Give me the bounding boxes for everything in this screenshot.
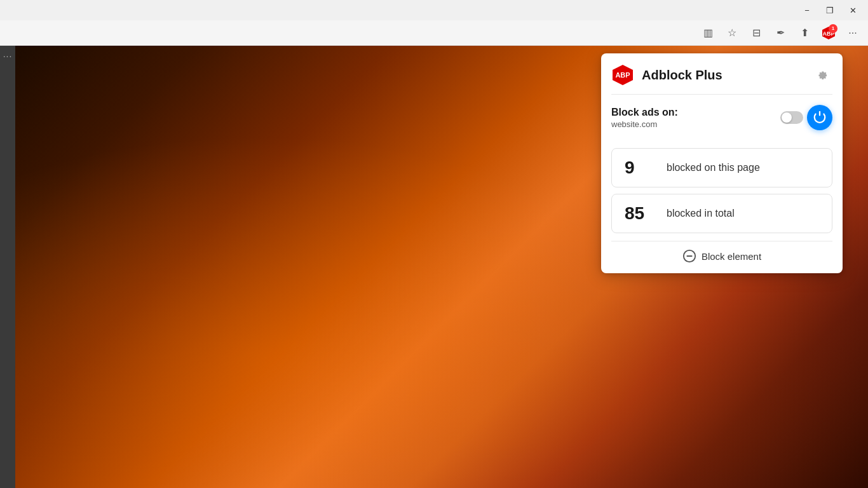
more-button[interactable]: ···	[843, 23, 863, 43]
block-ads-section: Block ads on: website.com	[601, 95, 843, 140]
svg-text:ABP: ABP	[615, 71, 630, 79]
minimize-button[interactable]: −	[797, 3, 817, 17]
collections-icon: ⊟	[752, 27, 761, 39]
power-button[interactable]	[807, 105, 832, 130]
star-icon: ☆	[728, 27, 736, 39]
toggle-thumb	[782, 112, 792, 123]
block-element-icon	[682, 249, 696, 263]
stats-section: 9 blocked on this page 85 blocked in tot…	[601, 140, 843, 241]
share-icon: ⬆	[801, 27, 809, 39]
settings-button[interactable]	[812, 65, 832, 85]
popup-title: Adblock Plus	[642, 68, 804, 83]
share-button[interactable]: ⬆	[794, 23, 815, 43]
collections-button[interactable]: ⊟	[746, 23, 766, 43]
block-element-label: Block element	[702, 251, 761, 262]
title-bar: − ❐ ✕	[0, 0, 868, 20]
adblock-popup: ABP Adblock Plus Block ads on: website.c…	[601, 53, 843, 273]
total-blocked-count: 85	[625, 203, 656, 224]
sidebar-dots: ···	[3, 51, 13, 61]
abp-badge: 1	[829, 24, 837, 33]
close-button[interactable]: ✕	[843, 3, 863, 17]
toggle-track[interactable]	[780, 111, 803, 124]
pen-icon: ✒	[776, 27, 785, 39]
main-content: ABP Adblock Plus Block ads on: website.c…	[0, 46, 868, 488]
toggle-container	[780, 105, 832, 130]
gear-icon	[817, 69, 828, 81]
popup-header: ABP Adblock Plus	[601, 53, 843, 94]
abp-logo: ABP	[611, 64, 634, 86]
total-blocked-label: blocked in total	[667, 208, 735, 219]
abp-extension-button[interactable]: ABP 1	[818, 23, 839, 43]
sidebar-strip: ···	[0, 46, 15, 488]
block-element-button[interactable]: Block element	[601, 241, 843, 273]
page-blocked-card: 9 blocked on this page	[611, 148, 832, 187]
power-icon	[813, 111, 827, 125]
favorites-button[interactable]: ☆	[722, 23, 742, 43]
block-ads-title: Block ads on:	[611, 107, 775, 118]
block-ads-text: Block ads on: website.com	[611, 107, 775, 129]
browser-toolbar: ▥ ☆ ⊟ ✒ ⬆ ABP 1 ···	[0, 20, 868, 46]
maximize-button[interactable]: ❐	[820, 3, 840, 17]
block-ads-domain: website.com	[611, 119, 775, 129]
background-image: ABP Adblock Plus Block ads on: website.c…	[0, 46, 868, 488]
sidebar-toggle-button[interactable]: ▥	[698, 23, 718, 43]
page-blocked-count: 9	[625, 158, 656, 178]
pen-button[interactable]: ✒	[770, 23, 790, 43]
page-blocked-label: blocked on this page	[667, 162, 760, 173]
total-blocked-card: 85 blocked in total	[611, 194, 832, 233]
more-icon: ···	[848, 27, 857, 39]
sidebar-icon: ▥	[703, 27, 713, 39]
